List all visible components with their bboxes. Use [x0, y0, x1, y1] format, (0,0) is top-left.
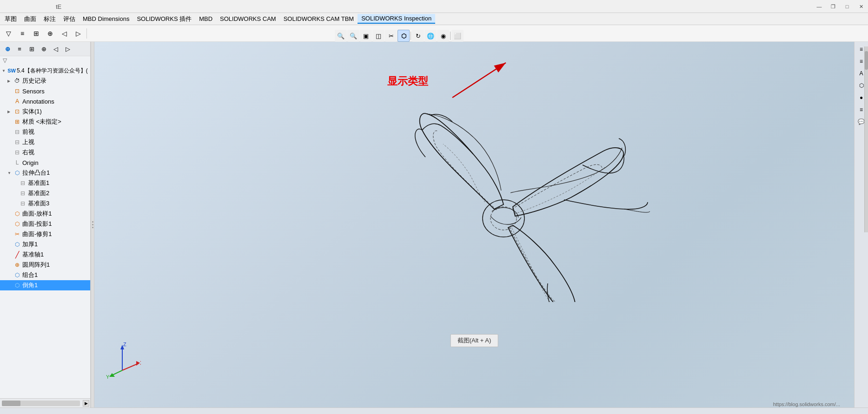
sidebar-dim-tab[interactable]: ⊕	[38, 43, 49, 54]
expand-arrow-proj	[7, 222, 12, 226]
restore-button[interactable]: ❐	[826, 0, 840, 13]
view-btn-cut[interactable]: ✂	[385, 30, 397, 42]
tree-item-plane3[interactable]: ⊟ 基准面3	[0, 198, 90, 209]
tab-bar: 草图 曲面 标注 评估 MBD Dimensions SOLIDWORKS 插件…	[0, 13, 868, 25]
menu-item-surface[interactable]: 曲面	[20, 14, 40, 24]
view-btn-sphere[interactable]: ◉	[437, 30, 449, 42]
tree-item-combine[interactable]: ⬡ 组合1	[0, 270, 90, 280]
tree-item-trim[interactable]: ✂ 曲面-修剪1	[0, 229, 90, 239]
tree-item-top[interactable]: ⊟ 上视	[0, 137, 90, 147]
view-btn-globe[interactable]: 🌐	[424, 30, 437, 42]
tree-item-material[interactable]: ⊞ 材质 <未指定>	[0, 117, 90, 127]
tree-item-solid[interactable]: ▶ ⊡ 实体(1)	[0, 106, 90, 117]
tree-item-circular[interactable]: ⊕ 圆周阵列1	[0, 260, 90, 270]
tree-item-chamfer[interactable]: ⬡ 倒角1	[0, 280, 90, 290]
toolbar-list-btn[interactable]: ≡	[16, 27, 29, 40]
menu-item-sw-plugin[interactable]: SOLIDWORKS 插件	[133, 14, 195, 24]
sidebar-property-tab[interactable]: ≡	[14, 43, 25, 54]
tree-label-circular: 圆周阵列1	[22, 261, 50, 269]
menu-item-sw-cam-tbm[interactable]: SOLIDWORKS CAM TBM	[280, 14, 358, 23]
feature-tree: ▼ SW 5.4【各种学习资源公众号】( ▶ ⏱ 历史记录 ⊡ Sensors …	[0, 65, 90, 398]
tree-item-sensors[interactable]: ⊡ Sensors	[0, 86, 90, 96]
tree-icon-combine: ⬡	[13, 271, 21, 279]
menu-item-annotation[interactable]: 标注	[40, 14, 60, 24]
tree-icon-plane2: ⊟	[19, 190, 27, 197]
toolbar-filter-btn[interactable]: ▽	[2, 27, 15, 40]
toolbar-next-btn[interactable]: ▷	[72, 27, 85, 40]
expand-arrow-solid: ▶	[7, 110, 12, 114]
tree-item-plane2[interactable]: ⊟ 基准面2	[0, 188, 90, 198]
tree-icon-proj: ⬡	[13, 220, 21, 228]
tree-item-boss[interactable]: ▼ ⬡ 拉伸凸台1	[0, 168, 90, 178]
expand-arrow-history: ▶	[7, 79, 12, 83]
toolbar-prev-btn[interactable]: ◁	[58, 27, 71, 40]
tree-label-trim: 曲面-修剪1	[22, 230, 52, 238]
tree-item-history[interactable]: ▶ ⏱ 历史记录	[0, 76, 90, 86]
sidebar-nav-prev[interactable]: ◁	[50, 43, 61, 54]
tree-icon-trim: ✂	[13, 230, 21, 238]
sidebar-scrollbar-area: ▶	[0, 398, 90, 407]
tree-icon-plane3: ⊟	[19, 200, 27, 207]
menu-item-sw-inspection[interactable]: SOLIDWORKS Inspection	[358, 14, 435, 24]
expand-arrow-trim	[7, 232, 12, 237]
url-text: https://blog.solidworks.com/...	[773, 401, 840, 407]
tree-item-proj[interactable]: ⬡ 曲面-投影1	[0, 219, 90, 229]
view-btn-box2[interactable]: ◫	[372, 30, 384, 42]
tree-item-origin[interactable]: L Origin	[0, 158, 90, 168]
tree-item-front[interactable]: ⊟ 前视	[0, 127, 90, 137]
svg-point-2	[483, 200, 524, 237]
tree-icon-top: ⊟	[13, 138, 21, 146]
scroll-right-btn[interactable]: ▶	[83, 400, 89, 407]
tree-label-front: 前视	[22, 128, 34, 136]
toolbar-grid-btn[interactable]: ⊞	[30, 27, 43, 40]
tree-icon-material: ⊞	[13, 118, 21, 125]
tree-item-thicken[interactable]: ⬡ 加厚1	[0, 239, 90, 250]
view-btn-search2[interactable]: 🔍	[347, 30, 359, 42]
3d-viewport[interactable]: 显示类型	[94, 42, 854, 407]
tree-item-loft[interactable]: ⬡ 曲面-放样1	[0, 209, 90, 219]
view-btn-box1[interactable]: ▣	[360, 30, 372, 42]
tree-item-right[interactable]: ⊟ 右视	[0, 147, 90, 158]
menu-item-sw-cam[interactable]: SOLIDWORKS CAM	[216, 14, 280, 23]
annotation-arrow	[424, 56, 517, 102]
maximize-button[interactable]: □	[840, 0, 854, 13]
sidebar-config-tab[interactable]: ⊞	[26, 43, 37, 54]
tree-icon-circular: ⊕	[13, 261, 21, 269]
tree-label-top: 上视	[22, 138, 34, 146]
menu-bar: tE — ❐ □ ✕	[0, 0, 868, 13]
sidebar-feature-tab[interactable]: ⊕	[2, 43, 13, 54]
view-btn-display-type[interactable]: ⬡	[398, 30, 410, 42]
sidebar-horizontal-scrollbar[interactable]	[2, 401, 80, 406]
tree-label-loft: 曲面-放样1	[22, 210, 52, 218]
view-btn-rotate[interactable]: ↻	[412, 30, 424, 42]
right-panel: ≡ ≡ A ⬡ ● ≡ 💬	[854, 42, 868, 407]
tree-label-origin: Origin	[22, 159, 39, 166]
tree-item-root[interactable]: ▼ SW 5.4【各种学习资源公众号】(	[0, 66, 90, 76]
view-separator-2	[450, 32, 451, 40]
tree-item-annotations[interactable]: A Annotations	[0, 96, 90, 106]
resize-dot-2	[92, 224, 93, 225]
expand-arrow-loft	[7, 212, 12, 216]
tree-icon-chamfer: ⬡	[13, 282, 21, 289]
minimize-button[interactable]: —	[812, 0, 826, 13]
menu-item-evaluate[interactable]: 评估	[60, 14, 79, 24]
tree-item-axis[interactable]: ╱ 基准轴1	[0, 250, 90, 260]
tree-item-plane1[interactable]: ⊟ 基准面1	[0, 178, 90, 188]
svg-text:X: X	[140, 360, 141, 366]
expand-arrow-plane2	[13, 191, 18, 196]
menu-item-mbd-dim[interactable]: MBD Dimensions	[79, 14, 133, 23]
sidebar-nav-next[interactable]: ▷	[62, 43, 73, 54]
close-button[interactable]: ✕	[854, 0, 868, 13]
toolbar-separator-1	[86, 28, 87, 39]
view-btn-screen[interactable]: ⬜	[451, 30, 464, 42]
expand-arrow-circular	[7, 263, 12, 267]
toolbar-add-btn[interactable]: ⊕	[44, 27, 57, 40]
sidebar-resize-handle[interactable]	[91, 42, 94, 407]
expand-arrow-combine	[7, 273, 12, 277]
main-area: ⊕ ≡ ⊞ ⊕ ◁ ▷ ▽ ▼ SW 5.4【各种学习资源公众号】( ▶ ⏱ 历…	[0, 42, 868, 407]
menu-item-mbd[interactable]: MBD	[195, 14, 216, 23]
right-scrollbar-thumb[interactable]	[865, 51, 868, 70]
menu-item-sketch[interactable]: 草图	[1, 14, 20, 24]
tree-label-sensors: Sensors	[22, 88, 45, 95]
view-btn-search[interactable]: 🔍	[335, 30, 347, 42]
